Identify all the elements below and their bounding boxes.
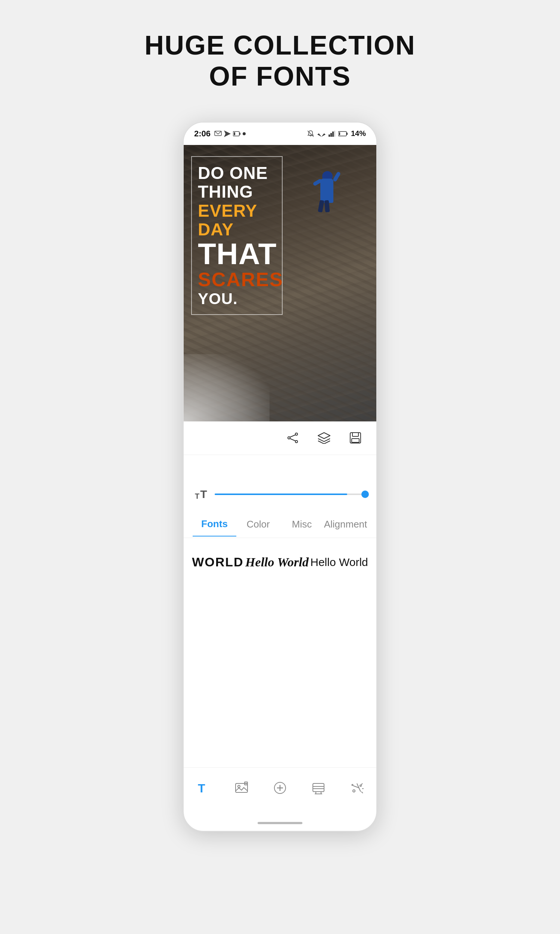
- nav-text-tool[interactable]: T: [196, 781, 210, 795]
- share-button[interactable]: [287, 432, 298, 444]
- slider-row: T T: [184, 478, 376, 511]
- tab-row: Fonts Color Misc Alignment: [184, 511, 376, 538]
- send-icon: [224, 130, 231, 137]
- svg-rect-14: [339, 132, 340, 135]
- tab-alignment[interactable]: Alignment: [324, 513, 368, 536]
- quote-line3: EVERY DAY: [198, 201, 276, 239]
- nav-add-tool[interactable]: [273, 781, 287, 795]
- message-icon: [214, 131, 222, 137]
- slider-fill: [215, 493, 347, 495]
- tab-fonts[interactable]: Fonts: [192, 512, 236, 536]
- svg-line-19: [290, 439, 295, 441]
- svg-rect-23: [352, 439, 359, 442]
- svg-point-42: [360, 785, 362, 786]
- tab-color[interactable]: Color: [236, 513, 280, 536]
- svg-point-43: [352, 784, 353, 786]
- toolbar-row: [184, 421, 376, 455]
- font-preview-bold[interactable]: WORLD: [192, 555, 243, 569]
- svg-rect-13: [346, 133, 348, 135]
- svg-marker-1: [224, 130, 231, 137]
- photo-area: DO ONE THING EVERY DAY THAT SCARES YOU.: [184, 145, 376, 421]
- nav-image-tool[interactable]: [235, 781, 248, 795]
- spacer: [184, 455, 376, 478]
- snow-area: [184, 354, 269, 421]
- layers-button[interactable]: [317, 432, 331, 444]
- svg-rect-9: [331, 133, 332, 137]
- time-display: 2:06: [194, 129, 211, 139]
- svg-rect-4: [234, 132, 235, 135]
- signal-icon: [329, 131, 335, 137]
- svg-point-26: [238, 785, 240, 788]
- font-preview-row: WORLD Hello World Hello World: [184, 538, 376, 587]
- svg-marker-6: [317, 133, 326, 137]
- home-indicator: [258, 822, 302, 824]
- mute-icon: [307, 130, 314, 137]
- svg-marker-20: [318, 433, 330, 439]
- bottom-nav: T: [184, 768, 376, 808]
- tab-misc[interactable]: Misc: [280, 513, 324, 536]
- font-size-large: T: [200, 488, 207, 501]
- svg-rect-33: [313, 783, 324, 792]
- battery-icon: [233, 131, 240, 137]
- battery-percent: 14%: [351, 129, 366, 138]
- font-size-icon: T T: [195, 488, 207, 501]
- svg-rect-22: [352, 433, 358, 436]
- svg-line-45: [361, 783, 363, 785]
- battery-status-icon: [338, 131, 348, 136]
- svg-point-41: [353, 790, 355, 792]
- quote-line2: THING: [198, 182, 276, 201]
- nav-filter-tool[interactable]: [312, 781, 325, 795]
- status-right-icons: 14%: [307, 129, 366, 138]
- svg-rect-8: [329, 134, 330, 137]
- svg-rect-3: [239, 133, 240, 135]
- svg-point-15: [295, 433, 297, 435]
- quote-line1: DO ONE: [198, 163, 276, 183]
- dot-indicator: [243, 132, 246, 135]
- font-size-slider[interactable]: [215, 493, 365, 495]
- font-preview-regular[interactable]: Hello World: [310, 556, 368, 569]
- svg-point-16: [288, 437, 290, 439]
- svg-line-44: [362, 792, 363, 793]
- quote-line5: SCARES: [198, 269, 276, 290]
- status-bar: 2:06: [184, 123, 376, 145]
- svg-line-18: [290, 435, 295, 437]
- svg-rect-11: [334, 131, 335, 137]
- font-size-small: T: [195, 492, 199, 501]
- climber-figure: [313, 167, 343, 216]
- quote-overlay[interactable]: DO ONE THING EVERY DAY THAT SCARES YOU.: [191, 156, 283, 315]
- phone-frame: 2:06: [183, 122, 377, 832]
- nav-effects-tool[interactable]: [350, 781, 364, 795]
- font-preview-script[interactable]: Hello World: [245, 555, 309, 569]
- quote-line4: THAT: [198, 239, 276, 269]
- svg-point-17: [295, 441, 297, 443]
- svg-text:T: T: [198, 781, 205, 795]
- slider-thumb: [362, 490, 369, 498]
- page-title: HUGE COLLECTION OF FONTS: [145, 30, 415, 92]
- svg-rect-10: [332, 131, 334, 137]
- wifi-icon: [317, 131, 326, 137]
- save-button[interactable]: [349, 432, 362, 444]
- quote-line6: YOU.: [198, 290, 276, 307]
